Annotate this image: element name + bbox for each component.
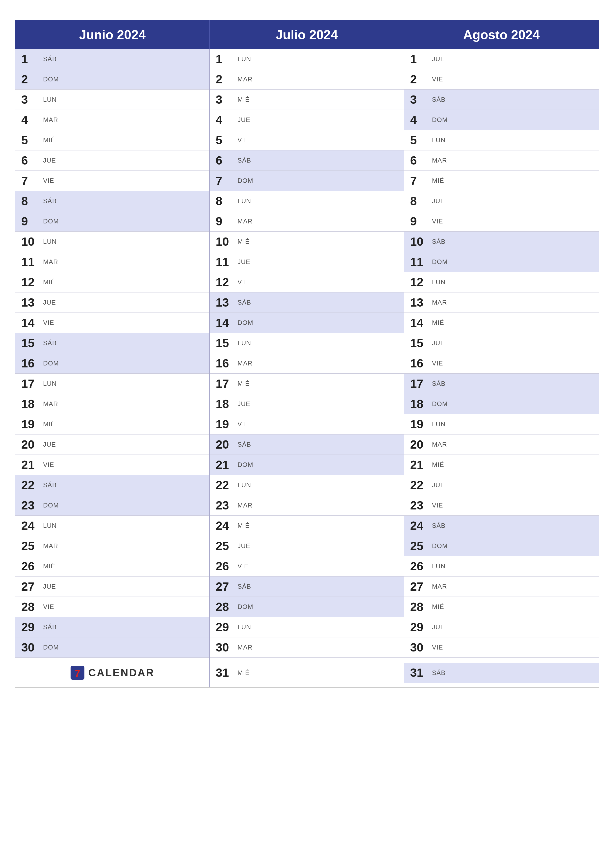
day-name: VIE xyxy=(432,502,443,509)
day-number: 13 xyxy=(410,297,430,308)
day-number: 12 xyxy=(216,276,235,288)
day-number: 24 xyxy=(21,520,41,532)
day-number: 16 xyxy=(21,358,41,369)
day-name: JUE xyxy=(238,542,250,550)
day-number: 23 xyxy=(410,499,430,512)
day-row-m1-d11: 11JUE xyxy=(210,252,404,272)
day-number: 8 xyxy=(216,195,235,207)
day-row-m1-d2: 2MAR xyxy=(210,69,404,90)
day-number: 28 xyxy=(410,601,430,613)
day-name: VIE xyxy=(432,643,443,651)
day-name: MAR xyxy=(43,116,58,124)
day-name: MAR xyxy=(43,542,58,550)
day-name: SÁB xyxy=(43,481,57,489)
day-name: LUN xyxy=(238,55,251,63)
day-row-m1-d7: 7DOM xyxy=(210,171,404,191)
day-row-m0-d5: 5MIÉ xyxy=(16,130,209,150)
day-row-m1-d13: 13SÁB xyxy=(210,293,404,313)
day-name: MAR xyxy=(238,76,253,83)
day-row-m2-d7: 7MIÉ xyxy=(404,171,598,191)
day-number: 22 xyxy=(21,479,41,491)
day-row-m1-d8: 8LUN xyxy=(210,191,404,211)
day-name: DOM xyxy=(432,116,448,124)
day-name: SÁB xyxy=(43,197,57,205)
day-row-m2-d27: 27MAR xyxy=(404,577,598,597)
day-row-july-31: 31MIÉ xyxy=(210,663,404,683)
day-number: 27 xyxy=(216,581,235,593)
day-row-m2-d16: 16VIE xyxy=(404,353,598,374)
day-name: VIE xyxy=(238,563,249,570)
day-name: LUN xyxy=(43,238,57,245)
day-name: MIÉ xyxy=(238,522,250,530)
day-name: VIE xyxy=(43,319,54,327)
day-name: LUN xyxy=(43,380,57,388)
day-name: DOM xyxy=(43,360,59,367)
day-row-m1-d27: 27SÁB xyxy=(210,577,404,597)
day-number: 28 xyxy=(216,601,235,613)
day-row-m0-d23: 23DOM xyxy=(16,495,209,516)
day-number: 10 xyxy=(410,236,430,248)
day-name: SÁB xyxy=(43,623,57,631)
calendar-container: Junio 2024 Julio 2024 Agosto 2024 1SÁB2D… xyxy=(15,20,599,688)
day-number: 6 xyxy=(21,155,41,166)
day-row-m2-d29: 29JUE xyxy=(404,617,598,637)
day-number: 21 xyxy=(410,459,430,471)
day-row-m0-d1: 1SÁB xyxy=(16,49,209,69)
day-number: 5 xyxy=(410,134,430,146)
day-name: JUE xyxy=(432,55,445,63)
month-header-august: Agosto 2024 xyxy=(404,20,598,49)
day-number: 19 xyxy=(21,418,41,430)
day-name: VIE xyxy=(43,461,54,469)
day-name: LUN xyxy=(432,136,446,144)
day-number: 10 xyxy=(21,236,41,248)
day-row-m2-d11: 11DOM xyxy=(404,252,598,272)
day-number: 8 xyxy=(21,195,41,207)
month-header-july: Julio 2024 xyxy=(210,20,404,49)
day-name: JUE xyxy=(432,623,445,631)
day-number: 30 xyxy=(216,642,235,654)
day-number: 26 xyxy=(410,560,430,572)
day-number: 2 xyxy=(410,73,430,85)
day-number: 21 xyxy=(21,459,41,471)
day-row-m2-d8: 8JUE xyxy=(404,191,598,211)
day-name: JUE xyxy=(43,157,56,164)
day-row-m2-d6: 6MAR xyxy=(404,150,598,171)
day-number: 29 xyxy=(216,621,235,633)
day-row-m2-d18: 18DOM xyxy=(404,394,598,414)
day-row-m0-d20: 20JUE xyxy=(16,434,209,455)
day-number: 4 xyxy=(216,114,235,126)
day-number: 4 xyxy=(21,114,41,126)
day-number: 6 xyxy=(216,155,235,166)
day-number: 18 xyxy=(410,398,430,410)
day-name: JUE xyxy=(238,400,250,408)
day-name: MAR xyxy=(238,217,253,225)
day-number: 9 xyxy=(21,215,41,227)
day-row-m0-d29: 29SÁB xyxy=(16,617,209,637)
calendar-header: Junio 2024 Julio 2024 Agosto 2024 xyxy=(16,20,598,49)
day-name: LUN xyxy=(432,420,446,428)
day-row-m2-d26: 26LUN xyxy=(404,556,598,577)
day-number: 31 xyxy=(410,667,430,679)
day-number: 8 xyxy=(410,195,430,207)
day-number: 3 xyxy=(410,94,430,105)
day-row-m2-d10: 10SÁB xyxy=(404,232,598,252)
day-number: 23 xyxy=(21,499,41,512)
day-number: 29 xyxy=(21,621,41,633)
day-row-m1-d22: 22LUN xyxy=(210,475,404,495)
day-row-m0-d16: 16DOM xyxy=(16,353,209,374)
day-name: MAR xyxy=(432,157,447,164)
day-number: 25 xyxy=(216,540,235,552)
day-row-m0-d26: 26MIÉ xyxy=(16,556,209,577)
day-row-m0-d9: 9DOM xyxy=(16,211,209,232)
brand-text: CALENDAR xyxy=(89,667,155,679)
day-name: MIÉ xyxy=(432,603,444,611)
day-name: LUN xyxy=(432,278,446,286)
day-name: SÁB xyxy=(432,380,446,388)
day-name: LUN xyxy=(238,197,251,205)
day-row-m0-d2: 2DOM xyxy=(16,69,209,90)
day-row-m0-d21: 21VIE xyxy=(16,455,209,475)
day-name: DOM xyxy=(43,502,59,509)
day-number: 23 xyxy=(216,499,235,512)
day-row-m0-d13: 13JUE xyxy=(16,293,209,313)
day-row-m1-d12: 12VIE xyxy=(210,272,404,293)
